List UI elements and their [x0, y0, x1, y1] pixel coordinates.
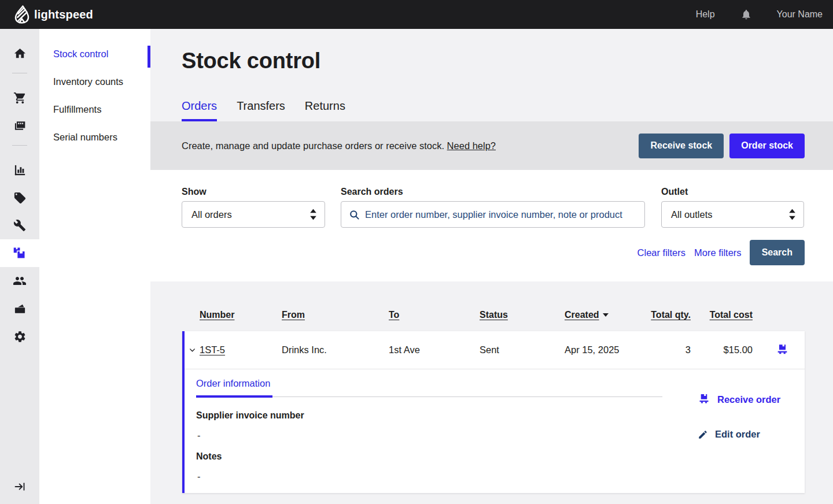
collapse-sidebar-icon	[14, 481, 25, 492]
subnav-stock-control[interactable]: Stock control	[39, 40, 150, 68]
pencil-icon	[698, 429, 708, 440]
rail-wallet[interactable]	[0, 295, 39, 323]
lightspeed-logo[interactable]: lightspeed	[14, 5, 93, 24]
edit-order-label: Edit order	[715, 429, 760, 440]
order-from: Drinks Inc.	[282, 344, 389, 355]
receive-order-label: Receive order	[717, 394, 780, 405]
search-orders-label: Search orders	[341, 187, 645, 197]
subnav-label: Serial numbers	[53, 132, 117, 143]
notifications-bell-icon[interactable]	[740, 9, 752, 20]
lightspeed-flame-icon	[14, 5, 30, 24]
subnav-label: Fulfillments	[53, 104, 101, 115]
search-orders-input[interactable]	[365, 209, 639, 220]
brand-name: lightspeed	[34, 8, 93, 21]
sort-desc-icon	[603, 313, 609, 317]
supplier-invoice-label: Supplier invoice number	[196, 410, 662, 421]
wallet-icon	[13, 302, 27, 316]
tab-order-information[interactable]: Order information	[196, 378, 270, 396]
active-indicator	[148, 46, 150, 68]
receive-order-action[interactable]: Receive order	[698, 394, 793, 405]
rail-register[interactable]	[0, 112, 39, 139]
clear-filters-link[interactable]: Clear filters	[637, 247, 685, 258]
page-title: Stock control	[182, 48, 833, 73]
header-number[interactable]: Number	[200, 310, 282, 320]
panel-tab-underline	[196, 395, 272, 398]
supplier-invoice-value: -	[197, 430, 662, 441]
orders-table: Number From To Status Created Total qty.…	[150, 310, 833, 493]
chevron-down-icon[interactable]	[189, 346, 196, 354]
order-card: 1ST-5 Drinks Inc. 1st Ave Sent Apr 15, 2…	[182, 331, 805, 493]
panel-tabs: Order information	[196, 378, 662, 397]
subnav-label: Stock control	[53, 49, 108, 60]
cart-icon	[13, 91, 27, 105]
box-pallet-icon	[776, 344, 789, 356]
rail-collapse[interactable]	[0, 473, 39, 501]
header-total-qty[interactable]: Total qty.	[651, 310, 691, 320]
search-box	[341, 201, 645, 228]
search-icon	[349, 209, 360, 220]
tab-orders[interactable]: Orders	[182, 99, 217, 121]
spinner-arrows-icon	[789, 209, 795, 220]
subnav-serial-numbers[interactable]: Serial numbers	[39, 123, 150, 151]
banner-text: Create, manage and update purchase order…	[182, 140, 496, 151]
more-filters-link[interactable]: More filters	[694, 247, 742, 258]
tab-transfers[interactable]: Transfers	[237, 99, 285, 121]
bar-chart-icon	[13, 164, 27, 177]
register-icon	[13, 119, 27, 132]
order-number-link[interactable]: 1ST-5	[200, 344, 282, 355]
order-total-qty: 3	[685, 344, 691, 355]
order-to: 1st Ave	[389, 344, 480, 355]
home-icon	[13, 47, 27, 60]
order-created: Apr 15, 2025	[565, 344, 653, 355]
rail-tools[interactable]	[0, 212, 39, 239]
subnav-fulfillments[interactable]: Fulfillments	[39, 95, 150, 123]
banner-description: Create, manage and update purchase order…	[182, 140, 444, 151]
show-select[interactable]: All orders	[182, 201, 325, 228]
order-total-cost: $15.00	[724, 344, 753, 355]
inventory-boxes-icon	[12, 246, 27, 261]
header-total-cost[interactable]: Total cost	[710, 310, 753, 320]
notes-label: Notes	[196, 451, 662, 462]
table-header-row: Number From To Status Created Total qty.…	[182, 310, 805, 331]
user-menu[interactable]: Your Name	[777, 9, 823, 20]
rail-reporting[interactable]	[0, 156, 39, 184]
stock-subnav: Stock control Inventory counts Fulfillme…	[39, 29, 150, 504]
order-stock-button[interactable]: Order stock	[729, 134, 805, 158]
help-link[interactable]: Help	[696, 9, 715, 20]
receive-order-icon-button[interactable]	[769, 344, 789, 356]
receive-stock-button[interactable]: Receive stock	[639, 134, 724, 158]
users-icon	[13, 274, 27, 288]
icon-rail	[0, 29, 39, 504]
topbar: lightspeed Help Your Name	[0, 0, 833, 29]
header-created-label: Created	[565, 310, 599, 320]
header-from[interactable]: From	[282, 310, 389, 320]
rail-divider	[12, 73, 27, 73]
notes-value: -	[197, 471, 662, 482]
header-created[interactable]: Created	[565, 310, 653, 320]
rail-sell[interactable]	[0, 84, 39, 112]
order-expanded-panel: Order information Supplier invoice numbe…	[185, 369, 805, 493]
order-status: Sent	[480, 344, 565, 355]
search-button[interactable]: Search	[750, 240, 805, 265]
rail-settings[interactable]	[0, 323, 39, 350]
header-status[interactable]: Status	[480, 310, 565, 320]
filters-section: Show All orders Search orders Outlet	[150, 170, 833, 281]
order-row[interactable]: 1ST-5 Drinks Inc. 1st Ave Sent Apr 15, 2…	[185, 331, 805, 369]
rail-home[interactable]	[0, 39, 39, 67]
rail-divider	[12, 145, 27, 146]
outlet-label: Outlet	[661, 187, 804, 197]
tag-icon	[13, 191, 27, 205]
subnav-inventory-counts[interactable]: Inventory counts	[39, 68, 150, 95]
edit-order-action[interactable]: Edit order	[698, 429, 793, 440]
outlet-select[interactable]: All outlets	[661, 201, 804, 228]
spinner-arrows-icon	[310, 209, 316, 220]
tab-returns[interactable]: Returns	[305, 99, 345, 121]
rail-inventory[interactable]	[0, 239, 39, 267]
rail-customers[interactable]	[0, 267, 39, 295]
main-content: Stock control Orders Transfers Returns C…	[150, 29, 833, 504]
header-to[interactable]: To	[389, 310, 480, 320]
info-banner: Create, manage and update purchase order…	[150, 121, 833, 170]
need-help-link[interactable]: Need help?	[447, 140, 496, 151]
rail-pricing[interactable]	[0, 184, 39, 212]
outlet-select-value: All outlets	[671, 209, 713, 220]
